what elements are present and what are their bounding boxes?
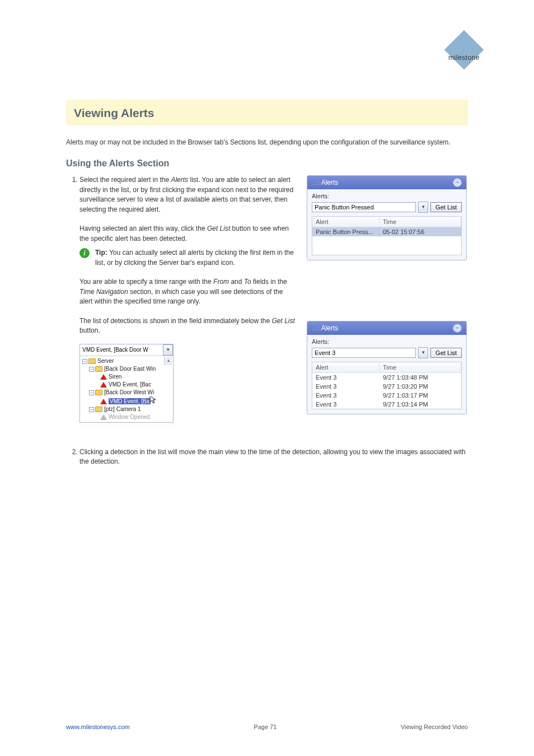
step-2: Clicking a detection in the list will mo… bbox=[79, 447, 468, 467]
grip-icon: ..:: bbox=[312, 326, 320, 332]
column-alert[interactable]: Alert bbox=[312, 362, 380, 372]
table-row[interactable]: Event 3 9/27 1:03:20 PM bbox=[312, 382, 461, 391]
tree-dropdown-button[interactable]: ▾ bbox=[163, 344, 173, 356]
alerts-dropdown-field[interactable] bbox=[312, 348, 416, 358]
column-time[interactable]: Time bbox=[380, 362, 461, 372]
step2-text: Clicking a detection in the list will mo… bbox=[79, 448, 466, 465]
cursor-icon bbox=[151, 396, 156, 403]
expand-icon[interactable]: − bbox=[89, 407, 94, 412]
folder-icon bbox=[88, 358, 96, 364]
cell-alert: Panic Button Press... bbox=[312, 227, 380, 236]
footer-link[interactable]: www.milestonesys.com bbox=[66, 724, 130, 730]
step1-text4: The list of detections is shown in the f… bbox=[79, 317, 295, 334]
chevron-down-icon[interactable]: ▾ bbox=[418, 202, 428, 213]
page-number: Page 71 bbox=[254, 724, 277, 730]
alert-icon bbox=[100, 414, 107, 420]
cell-alert: Event 3 bbox=[312, 400, 380, 409]
alerts-dropdown-field[interactable] bbox=[312, 202, 416, 212]
tree-vmd-selected[interactable]: VMD Event, [Ba bbox=[109, 398, 151, 404]
step1-text2: Having selected an alert this way, click… bbox=[79, 225, 289, 242]
alerts-label: Alerts: bbox=[312, 193, 462, 199]
scroll-up-icon[interactable]: ▴ bbox=[164, 357, 172, 365]
cell-alert: Event 3 bbox=[312, 373, 380, 382]
step1-text3: You are able to specify a time range wit… bbox=[79, 278, 287, 305]
folder-icon bbox=[95, 407, 102, 412]
alerts-panel-titlebar[interactable]: ..:: Alerts − bbox=[307, 176, 466, 189]
page-footer: www.milestonesys.com Page 71 Viewing Rec… bbox=[66, 724, 468, 730]
alerts-label: Alerts: bbox=[312, 338, 462, 345]
table-row[interactable]: Panic Button Press... 05-02 15:07:56 bbox=[312, 227, 461, 236]
intro-paragraph: Alerts may or may not be included in the… bbox=[66, 138, 468, 147]
alerts-panel-1: ..:: Alerts − Alerts: ▾ Get List Alert T… bbox=[307, 175, 467, 260]
alerts-panel-titlebar[interactable]: ..:: Alerts − bbox=[307, 321, 466, 335]
table-row[interactable]: Event 3 9/27 1:03:48 PM bbox=[312, 373, 461, 382]
column-time[interactable]: Time bbox=[380, 217, 461, 227]
cell-time: 9/27 1:03:20 PM bbox=[380, 382, 461, 391]
minimize-button[interactable]: − bbox=[453, 324, 462, 333]
svg-marker-0 bbox=[150, 396, 156, 403]
cell-time: 05-02 15:07:56 bbox=[380, 227, 461, 236]
section-heading: Using the Alerts Section bbox=[66, 158, 468, 169]
tree-ptz[interactable]: [ptz] Camera 1 bbox=[104, 406, 141, 412]
alerts-tree-dropdown: ▾ ▴ −Server −[Back Door East Win Siren V… bbox=[79, 344, 174, 423]
table-row[interactable]: Event 3 9/27 1:03:14 PM bbox=[312, 400, 461, 409]
expand-icon[interactable]: − bbox=[89, 367, 94, 372]
alert-icon bbox=[100, 399, 107, 404]
chevron-down-icon[interactable]: ▾ bbox=[418, 347, 428, 358]
alerts-panel-2: ..:: Alerts − Alerts: ▾ Get List Alert T… bbox=[307, 321, 467, 414]
folder-icon bbox=[95, 366, 102, 372]
folder-icon bbox=[95, 390, 102, 395]
tree-selected-value[interactable] bbox=[80, 346, 163, 354]
alerts-panel-title: Alerts bbox=[321, 324, 339, 332]
tree-server[interactable]: Server bbox=[97, 358, 114, 364]
cell-time: 9/27 1:03:17 PM bbox=[380, 391, 461, 400]
tree-vmd-bac[interactable]: VMD Event, [Bac bbox=[109, 381, 151, 388]
column-alert[interactable]: Alert bbox=[312, 217, 380, 227]
grip-icon: ..:: bbox=[312, 180, 320, 186]
alert-icon bbox=[100, 374, 107, 380]
table-row[interactable]: Event 3 9/27 1:03:17 PM bbox=[312, 391, 461, 400]
expand-icon[interactable]: − bbox=[82, 359, 87, 364]
step1-text1: Select the required alert in the Alerts … bbox=[79, 176, 293, 213]
footer-section: Viewing Recorded Video bbox=[401, 724, 468, 730]
minimize-button[interactable]: − bbox=[453, 178, 462, 187]
topic-heading-box: Viewing Alerts bbox=[66, 100, 468, 125]
get-list-button[interactable]: Get List bbox=[430, 202, 462, 212]
cell-alert: Event 3 bbox=[312, 391, 380, 400]
page-title: Viewing Alerts bbox=[74, 106, 460, 120]
tip-text: Tip: You can actually select all alerts … bbox=[95, 248, 297, 268]
step-1: Select the required alert in the Alerts … bbox=[79, 175, 297, 422]
alert-icon bbox=[100, 382, 107, 388]
tree-bdeast[interactable]: [Back Door East Win bbox=[104, 366, 156, 372]
alerts-results-list: Alert Time Panic Button Press... 05-02 1… bbox=[312, 216, 462, 255]
tree-bdwest[interactable]: [Back Door West Wi bbox=[104, 389, 154, 395]
tree-window-opened: Window Opened bbox=[109, 414, 150, 420]
alerts-panel-title: Alerts bbox=[321, 179, 339, 186]
info-icon: i bbox=[79, 248, 90, 258]
alerts-results-list: Alert Time Event 3 9/27 1:03:48 PM Event… bbox=[312, 362, 462, 409]
brand-logo: milestone bbox=[439, 31, 489, 82]
tree-siren[interactable]: Siren bbox=[109, 374, 121, 380]
get-list-button[interactable]: Get List bbox=[430, 348, 462, 358]
cell-alert: Event 3 bbox=[312, 382, 380, 391]
logo-diamond-icon bbox=[444, 30, 484, 70]
logo-text: milestone bbox=[439, 54, 489, 62]
expand-icon[interactable]: − bbox=[89, 390, 94, 395]
cell-time: 9/27 1:03:14 PM bbox=[380, 400, 461, 409]
cell-time: 9/27 1:03:48 PM bbox=[380, 373, 461, 382]
